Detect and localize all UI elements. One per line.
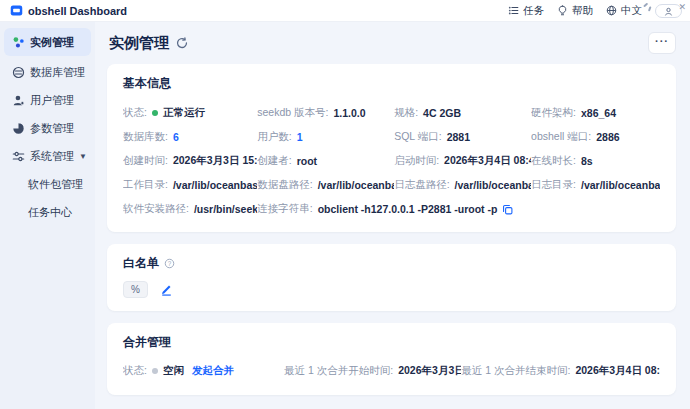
info-field: 数据库数:6 bbox=[123, 130, 257, 144]
field-value: root bbox=[297, 155, 317, 167]
basic-info-grid: 状态:正常运行seekdb 版本号:1.1.0.0规格:4C 2GB硬件架构:x… bbox=[123, 101, 660, 221]
info-row: 状态:正常运行seekdb 版本号:1.1.0.0规格:4C 2GB硬件架构:x… bbox=[123, 101, 660, 125]
merge-last-start-field: 最近 1 次合并开始时间: 2026年3月3日 16:54:35 bbox=[284, 364, 461, 378]
sidebar-item[interactable]: 任务中心 bbox=[0, 198, 95, 226]
field-value[interactable]: 1 bbox=[297, 131, 303, 143]
field-label: 工作目录: bbox=[123, 178, 168, 192]
field-value: 正常运行 bbox=[163, 106, 205, 120]
task-list-icon bbox=[508, 5, 519, 16]
field-value[interactable]: 6 bbox=[173, 131, 179, 143]
field-value: /usr/bin/seekdb bbox=[194, 203, 257, 215]
field-value: 空闲 bbox=[163, 364, 184, 378]
info-field: 数据盘路径:/var/lib/oceanbase/... bbox=[257, 178, 394, 192]
info-field: 日志盘路径:/var/lib/oceanbase/... bbox=[394, 178, 531, 192]
sidebar-item-label: 系统管理 bbox=[30, 149, 74, 164]
sidebar-nav: 实例管理数据库管理用户管理参数管理系统管理▼软件包管理任务中心 bbox=[0, 22, 95, 409]
info-field: 在线时长:8s bbox=[531, 154, 660, 168]
app-title: obshell Dashboard bbox=[28, 5, 127, 17]
lightbulb-icon bbox=[557, 5, 568, 16]
sidebar-item-label: 实例管理 bbox=[30, 35, 74, 50]
info-field: 日志目录:/var/lib/oceanbase/log bbox=[531, 178, 660, 192]
status-dot-icon bbox=[152, 110, 158, 116]
merge-card: 合并管理 状态: 空闲 发起合并 最近 1 次合并开始时间: 2026年3月3日… bbox=[107, 323, 676, 395]
info-field: 用户数:1 bbox=[257, 130, 394, 144]
field-label: 最近 1 次合并开始时间: bbox=[284, 364, 393, 378]
sidebar-item[interactable]: 系统管理▼ bbox=[0, 142, 95, 170]
sidebar-item[interactable]: 参数管理 bbox=[0, 114, 95, 142]
field-label: 日志盘路径: bbox=[394, 178, 449, 192]
field-value: 2026年3月3日 15:25:41 bbox=[173, 154, 257, 168]
globe-icon bbox=[606, 5, 617, 16]
user-icon bbox=[12, 94, 25, 107]
tasks-menu[interactable]: 任务 bbox=[508, 4, 544, 18]
help-circle-icon[interactable]: ? bbox=[164, 258, 175, 269]
info-field: obshell 端口:2886 bbox=[531, 130, 660, 144]
field-label: 状态: bbox=[123, 106, 147, 120]
field-value: x86_64 bbox=[581, 107, 616, 119]
field-label: 在线时长: bbox=[531, 154, 576, 168]
refresh-icon[interactable] bbox=[176, 37, 188, 49]
svg-text:?: ? bbox=[168, 260, 172, 267]
field-label: 数据库数: bbox=[123, 130, 168, 144]
language-label: 中文 bbox=[621, 4, 642, 18]
obshell-logo-icon bbox=[10, 4, 23, 17]
info-field: 启动时间:2026年3月4日 08:44:44 bbox=[394, 154, 531, 168]
sidebar-item[interactable]: 软件包管理 bbox=[0, 170, 95, 198]
whitelist-card: 白名单 ? % bbox=[107, 244, 676, 311]
sidebar-item[interactable]: 用户管理 bbox=[0, 86, 95, 114]
info-field: 创建时间:2026年3月3日 15:25:41 bbox=[123, 154, 257, 168]
field-label: 启动时间: bbox=[394, 154, 439, 168]
field-label: 规格: bbox=[394, 106, 418, 120]
field-label: obshell 端口: bbox=[531, 130, 591, 144]
field-value: /var/lib/oceanbase/... bbox=[318, 179, 395, 191]
field-value: 2026年3月4日 08:34:07 bbox=[575, 364, 660, 378]
cluster-icon bbox=[12, 36, 25, 49]
field-value: /var/lib/oceanbase bbox=[173, 179, 257, 191]
whitelist-tag: % bbox=[123, 281, 148, 298]
sidebar-item-label: 软件包管理 bbox=[28, 177, 83, 192]
basic-info-card: 基本信息 状态:正常运行seekdb 版本号:1.1.0.0规格:4C 2GB硬… bbox=[107, 64, 676, 232]
more-actions-button[interactable]: ··· bbox=[648, 32, 676, 54]
tasks-label: 任务 bbox=[523, 4, 544, 18]
sidebar-item[interactable]: 数据库管理 bbox=[0, 58, 95, 86]
chevron-down-icon: ▼ bbox=[79, 152, 87, 161]
basic-info-card-title: 基本信息 bbox=[123, 75, 171, 92]
field-label: 硬件架构: bbox=[531, 106, 576, 120]
info-row: 创建时间:2026年3月3日 15:25:41创建者:root启动时间:2026… bbox=[123, 149, 660, 173]
field-label: 状态: bbox=[123, 364, 147, 378]
field-label: 创建时间: bbox=[123, 154, 168, 168]
field-value: 2026年3月4日 08:44:44 bbox=[444, 154, 531, 168]
copy-icon[interactable] bbox=[502, 204, 513, 215]
info-field: seekdb 版本号:1.1.0.0 bbox=[257, 106, 394, 120]
help-label: 帮助 bbox=[572, 4, 593, 18]
info-field: 软件安装路径:/usr/bin/seekdb bbox=[123, 202, 257, 216]
field-value: 8s bbox=[581, 155, 593, 167]
info-row: 工作目录:/var/lib/oceanbase数据盘路径:/var/lib/oc… bbox=[123, 173, 660, 197]
initiate-merge-link[interactable]: 发起合并 bbox=[192, 364, 234, 378]
field-label: 创建者: bbox=[257, 154, 291, 168]
info-row: 数据库数:6用户数:1SQL 端口:2881obshell 端口:2886 bbox=[123, 125, 660, 149]
info-field: 创建者:root bbox=[257, 154, 394, 168]
field-label: 用户数: bbox=[257, 130, 291, 144]
sidebar-item-label: 参数管理 bbox=[30, 121, 74, 136]
edit-pencil-icon[interactable] bbox=[160, 283, 173, 296]
sidebar-item-label: 用户管理 bbox=[30, 93, 74, 108]
whitelist-card-title: 白名单 bbox=[123, 255, 159, 272]
field-value: 2886 bbox=[596, 131, 619, 143]
params-icon bbox=[12, 122, 25, 135]
field-label: 软件安装路径: bbox=[123, 202, 189, 216]
merge-card-title: 合并管理 bbox=[123, 334, 171, 351]
sidebar-item[interactable]: 实例管理 bbox=[4, 28, 91, 56]
status-dot-icon bbox=[152, 368, 158, 374]
merge-status-field: 状态: 空闲 发起合并 bbox=[123, 364, 284, 378]
field-label: 连接字符串: bbox=[257, 202, 312, 216]
help-menu[interactable]: 帮助 bbox=[557, 4, 593, 18]
page-title: 实例管理 bbox=[109, 34, 169, 53]
sparkle-decoration bbox=[648, 6, 651, 11]
info-field: SQL 端口:2881 bbox=[394, 130, 531, 144]
field-value: 4C 2GB bbox=[423, 107, 461, 119]
system-icon bbox=[12, 150, 25, 163]
language-switch[interactable]: 中文 bbox=[606, 4, 642, 18]
info-field: 规格:4C 2GB bbox=[394, 106, 531, 120]
field-value: 2881 bbox=[447, 131, 470, 143]
